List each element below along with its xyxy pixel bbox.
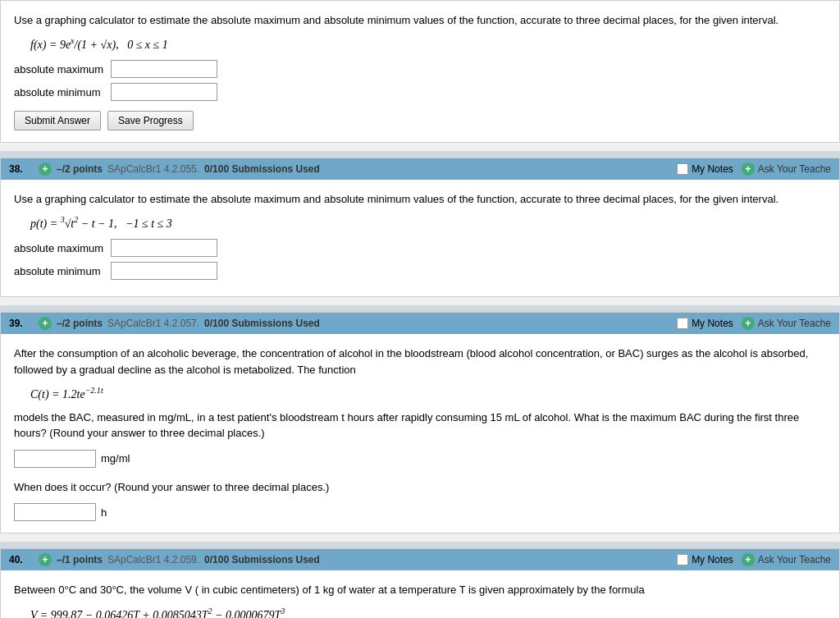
abs-min-input-37[interactable] <box>111 83 217 101</box>
problem-id-38: SApCalcBr1 4.2.055. <box>107 163 199 175</box>
question-38-header: 38. + –/2 points SApCalcBr1 4.2.055. 0/1… <box>1 158 839 180</box>
button-row-37: Submit Answer Save Progress <box>14 111 826 130</box>
question-39-header: 39. + –/2 points SApCalcBr1 4.2.057. 0/1… <box>1 313 839 334</box>
divider-3 <box>0 542 840 548</box>
plus-icon-39[interactable]: + <box>39 317 52 330</box>
bac-max-input-39[interactable] <box>14 450 96 468</box>
problem-id-39: SApCalcBr1 4.2.057. <box>107 318 199 329</box>
abs-min-input-38[interactable] <box>111 262 217 280</box>
notes-checkbox-39 <box>677 318 688 329</box>
question-37-text: Use a graphing calculator to estimate th… <box>14 12 826 29</box>
answer-row-39-1: mg/ml <box>14 450 826 468</box>
divider-2 <box>0 305 840 312</box>
header-left-39: 39. + –/2 points SApCalcBr1 4.2.057. 0/1… <box>9 317 320 330</box>
notes-label-40: My Notes <box>692 554 733 565</box>
unit-label-39-1: mg/ml <box>101 452 130 465</box>
question-38-formula: p(t) = 3√t2 − t − 1, −1 ≤ t ≤ 3 <box>30 216 826 231</box>
abs-max-input-37[interactable] <box>111 60 217 78</box>
plus-icon-40[interactable]: + <box>39 553 52 566</box>
divider-1 <box>0 151 840 158</box>
header-right-38: My Notes + Ask Your Teache <box>677 163 831 176</box>
problem-id-40: SApCalcBr1 4.2.059. <box>107 554 199 565</box>
submit-answer-btn-37[interactable]: Submit Answer <box>14 111 101 130</box>
ask-teacher-btn-39[interactable]: + Ask Your Teache <box>742 317 831 330</box>
ask-plus-icon-39: + <box>742 317 755 330</box>
q-num-38: 38. <box>9 163 34 175</box>
abs-max-input-38[interactable] <box>111 239 217 257</box>
question-39-formula: C(t) = 1.2te−2.1t <box>30 386 826 401</box>
submissions-38: 0/100 Submissions Used <box>204 163 320 175</box>
my-notes-btn-38[interactable]: My Notes <box>677 163 733 175</box>
question-40: 40. + –/1 points SApCalcBr1 4.2.059. 0/1… <box>0 548 840 618</box>
question-40-body: Between 0°C and 30°C, the volume V ( in … <box>1 570 839 618</box>
answer-row-39-2: h <box>14 503 826 521</box>
header-right-39: My Notes + Ask Your Teache <box>677 317 831 330</box>
question-37-formula: f(x) = 9ex/(1 + √x), 0 ≤ x ≤ 1 <box>30 37 826 53</box>
save-progress-btn-37[interactable]: Save Progress <box>107 111 194 130</box>
question-37: Use a graphing calculator to estimate th… <box>0 0 840 143</box>
question-40-header: 40. + –/1 points SApCalcBr1 4.2.059. 0/1… <box>1 549 839 570</box>
unit-label-39-2: h <box>101 506 107 519</box>
question-38-text: Use a graphing calculator to estimate th… <box>14 191 826 208</box>
time-input-39[interactable] <box>14 503 96 521</box>
question-38: 38. + –/2 points SApCalcBr1 4.2.055. 0/1… <box>0 158 840 297</box>
abs-min-label-37: absolute minimum <box>14 86 104 98</box>
ask-teacher-btn-40[interactable]: + Ask Your Teache <box>742 553 831 566</box>
points-40: –/1 points <box>57 554 103 565</box>
question-38-body: Use a graphing calculator to estimate th… <box>1 180 839 296</box>
header-right-40: My Notes + Ask Your Teache <box>677 553 831 566</box>
question-37-body: Use a graphing calculator to estimate th… <box>1 1 839 142</box>
abs-max-label-37: absolute maximum <box>14 63 104 76</box>
submissions-39: 0/100 Submissions Used <box>204 318 320 329</box>
abs-min-row-37: absolute minimum <box>14 83 826 101</box>
question-39-text3: When does it occur? (Round your answer t… <box>14 479 826 496</box>
header-left-38: 38. + –/2 points SApCalcBr1 4.2.055. 0/1… <box>9 163 320 176</box>
question-39-text: After the consumption of an alcoholic be… <box>14 346 826 378</box>
notes-label-38: My Notes <box>692 163 733 175</box>
ask-label-39: Ask Your Teache <box>758 318 831 329</box>
ask-label-40: Ask Your Teache <box>758 554 831 565</box>
q-num-39: 39. <box>9 318 34 329</box>
question-39: 39. + –/2 points SApCalcBr1 4.2.057. 0/1… <box>0 312 840 533</box>
submissions-40: 0/100 Submissions Used <box>204 554 320 565</box>
q-num-40: 40. <box>9 554 34 565</box>
points-39: –/2 points <box>57 318 103 329</box>
abs-max-row-38: absolute maximum <box>14 239 826 257</box>
question-40-formula: V = 999.87 − 0.06426T + 0.0085043T2 − 0.… <box>30 607 826 618</box>
notes-checkbox-38 <box>677 163 688 175</box>
my-notes-btn-39[interactable]: My Notes <box>677 318 733 329</box>
abs-max-label-38: absolute maximum <box>14 242 104 254</box>
ask-plus-icon-38: + <box>742 163 755 176</box>
ask-label-38: Ask Your Teache <box>758 163 831 175</box>
my-notes-btn-40[interactable]: My Notes <box>677 554 733 565</box>
abs-min-label-38: absolute minimum <box>14 265 104 277</box>
question-40-text: Between 0°C and 30°C, the volume V ( in … <box>14 582 826 598</box>
plus-icon-38[interactable]: + <box>39 163 52 176</box>
abs-max-row-37: absolute maximum <box>14 60 826 78</box>
ask-teacher-btn-38[interactable]: + Ask Your Teache <box>742 163 831 176</box>
notes-label-39: My Notes <box>692 318 733 329</box>
question-39-text2: models the BAC, measured in mg/mL, in a … <box>14 410 826 442</box>
ask-plus-icon-40: + <box>742 553 755 566</box>
abs-min-row-38: absolute minimum <box>14 262 826 280</box>
header-left-40: 40. + –/1 points SApCalcBr1 4.2.059. 0/1… <box>9 553 320 566</box>
notes-checkbox-40 <box>677 554 688 565</box>
question-39-body: After the consumption of an alcoholic be… <box>1 334 839 533</box>
points-38: –/2 points <box>57 163 103 175</box>
